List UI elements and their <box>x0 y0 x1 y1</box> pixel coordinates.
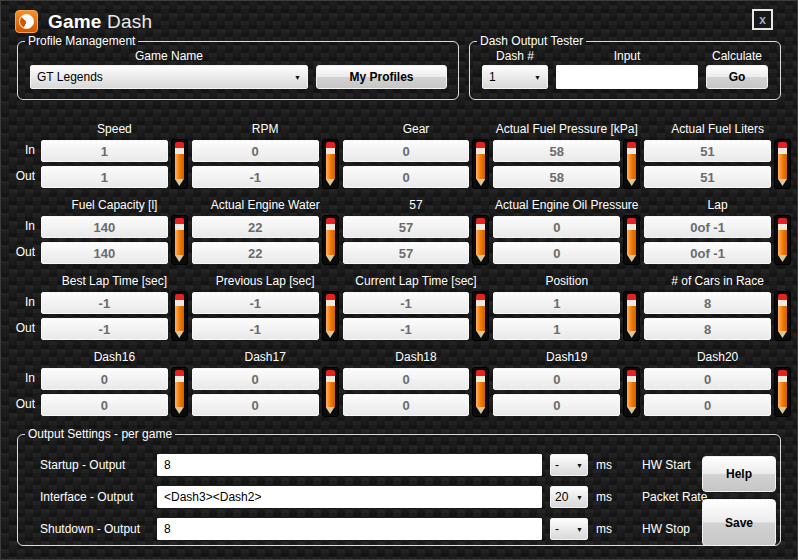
dash-in-field[interactable]: 0 <box>192 368 319 390</box>
dash-in-field[interactable]: 1 <box>41 140 168 162</box>
dash-number-select[interactable]: 1 ▼ <box>482 65 548 89</box>
dash-in-field[interactable]: 0 <box>343 140 470 162</box>
close-button[interactable]: x <box>752 9 773 30</box>
dash-in-field[interactable]: 58 <box>493 140 620 162</box>
dash-in-field[interactable]: 0 <box>192 140 319 162</box>
dash-out-field[interactable]: 0 <box>493 242 620 264</box>
input-label: Input <box>556 49 698 65</box>
dash-out-field[interactable]: 0 <box>41 394 168 416</box>
dash-out-field[interactable]: 0 <box>343 166 470 188</box>
dash-cell-previous-lap: Previous Lap [sec] -1 -1 <box>192 274 339 341</box>
dash-cell-engine-water: Actual Engine Water 22 22 <box>192 198 339 265</box>
save-button[interactable]: Save <box>702 499 776 546</box>
shutdown-output-field[interactable]: 8 <box>157 518 542 540</box>
dash-cell-header: Fuel Capacity [l] <box>41 198 188 215</box>
out-row-label: Out <box>9 317 37 339</box>
dash-out-field[interactable]: 0 <box>343 394 470 416</box>
go-button[interactable]: Go <box>706 65 768 89</box>
pencil-edit-icon[interactable] <box>623 215 640 265</box>
dash-in-field[interactable]: 0 <box>343 368 470 390</box>
dash-in-field[interactable]: 51 <box>644 140 771 162</box>
pencil-edit-icon[interactable] <box>171 367 188 417</box>
dash-out-field[interactable]: -1 <box>343 318 470 340</box>
pencil-edit-icon[interactable] <box>472 291 489 341</box>
dash-in-field[interactable]: 57 <box>343 216 470 238</box>
pencil-edit-icon[interactable] <box>322 367 339 417</box>
dash-out-field[interactable]: 1 <box>41 166 168 188</box>
in-row-label: In <box>9 291 37 313</box>
dash-in-field[interactable]: 22 <box>192 216 319 238</box>
pencil-edit-icon[interactable] <box>623 367 640 417</box>
dash-cell-dash16: Dash16 0 0 <box>41 350 188 417</box>
dash-in-field[interactable]: -1 <box>41 292 168 314</box>
out-row-label: Out <box>9 393 37 415</box>
dash-out-field[interactable]: 8 <box>644 318 771 340</box>
dash-in-field[interactable]: 0 <box>493 216 620 238</box>
pencil-edit-icon[interactable] <box>472 139 489 189</box>
interface-output-row: Interface - Output <Dash3><Dash2> 20 ▼ m… <box>40 486 780 508</box>
dash-cell-header: Dash19 <box>493 350 640 367</box>
startup-interval-select[interactable]: - ▼ <box>550 454 588 476</box>
chevron-down-icon: ▼ <box>576 494 583 501</box>
dash-in-field[interactable]: 0of -1 <box>644 216 771 238</box>
help-button[interactable]: Help <box>702 456 776 492</box>
pencil-edit-icon[interactable] <box>171 139 188 189</box>
dash-in-field[interactable]: 8 <box>644 292 771 314</box>
profile-management-group: Profile Management Game Name GT Legends … <box>17 34 459 100</box>
pencil-edit-icon[interactable] <box>774 215 791 265</box>
dash-out-field[interactable]: 57 <box>343 242 470 264</box>
dash-cell-cars-in-race: # of Cars in Race 8 8 <box>644 274 791 341</box>
pencil-edit-icon[interactable] <box>774 139 791 189</box>
dash-out-field[interactable]: 58 <box>493 166 620 188</box>
chevron-down-icon: ▼ <box>534 74 541 81</box>
dash-in-field[interactable]: 0 <box>41 368 168 390</box>
shutdown-interval-select[interactable]: - ▼ <box>550 518 588 540</box>
dash-out-field[interactable]: -1 <box>41 318 168 340</box>
dash-out-field[interactable]: 140 <box>41 242 168 264</box>
dash-in-field[interactable]: -1 <box>192 292 319 314</box>
chevron-down-icon: ▼ <box>294 74 301 81</box>
packet-rate-select[interactable]: 20 ▼ <box>550 486 588 508</box>
in-row-label: In <box>9 139 37 161</box>
dash-out-field[interactable]: 0 <box>644 394 771 416</box>
dash-out-field[interactable]: 0of -1 <box>644 242 771 264</box>
dash-cell-header: Current Lap Time [sec] <box>343 274 490 291</box>
dash-out-field[interactable]: 1 <box>493 318 620 340</box>
pencil-edit-icon[interactable] <box>171 215 188 265</box>
dash-cell-header: Dash20 <box>644 350 791 367</box>
dash-out-field[interactable]: -1 <box>192 318 319 340</box>
dash-out-field[interactable]: 22 <box>192 242 319 264</box>
pencil-edit-icon[interactable] <box>774 367 791 417</box>
dash-number-value: 1 <box>489 70 496 84</box>
pencil-edit-icon[interactable] <box>623 291 640 341</box>
pencil-edit-icon[interactable] <box>322 215 339 265</box>
pencil-edit-icon[interactable] <box>472 215 489 265</box>
pencil-edit-icon[interactable] <box>322 139 339 189</box>
dash-out-field[interactable]: -1 <box>192 166 319 188</box>
my-profiles-button[interactable]: My Profiles <box>316 65 447 89</box>
dash-in-field[interactable]: 0 <box>644 368 771 390</box>
game-name-select[interactable]: GT Legends ▼ <box>30 65 308 89</box>
startup-interval-value: - <box>555 458 559 472</box>
pencil-edit-icon[interactable] <box>774 291 791 341</box>
pencil-edit-icon[interactable] <box>171 291 188 341</box>
dash-out-field[interactable]: 51 <box>644 166 771 188</box>
interface-output-field[interactable]: <Dash3><Dash2> <box>157 486 542 508</box>
app-gauge-icon <box>15 10 38 33</box>
startup-output-field[interactable]: 8 <box>157 454 542 476</box>
dash-grid-row: In Out Dash16 0 0 Dash17 0 0 Dash18 <box>9 350 791 417</box>
dash-in-field[interactable]: 0 <box>493 368 620 390</box>
dash-cell-header: # of Cars in Race <box>644 274 791 291</box>
dash-in-field[interactable]: 1 <box>493 292 620 314</box>
pencil-edit-icon[interactable] <box>322 291 339 341</box>
dash-cell-header: Actual Engine Water <box>192 198 339 215</box>
tester-input-field[interactable] <box>556 65 698 89</box>
dash-cell-fuel-liters: Actual Fuel Liters 51 51 <box>644 122 791 189</box>
pencil-edit-icon[interactable] <box>472 367 489 417</box>
dash-out-field[interactable]: 0 <box>192 394 319 416</box>
dash-in-field[interactable]: -1 <box>343 292 470 314</box>
dash-out-field[interactable]: 0 <box>493 394 620 416</box>
shutdown-output-label: Shutdown - Output <box>40 522 157 536</box>
pencil-edit-icon[interactable] <box>623 139 640 189</box>
dash-in-field[interactable]: 140 <box>41 216 168 238</box>
